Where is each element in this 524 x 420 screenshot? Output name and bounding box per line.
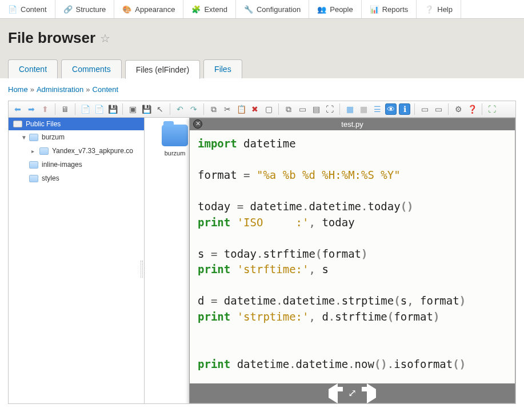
elfinder: ⬅➡⬆🖥📄📄💾▣💾↖↶↷⧉✂📋✖▢⧉▭▤⛶▦▦☰👁ℹ▭▭⚙❓⛶ Public F… (8, 101, 516, 404)
select-none-icon[interactable]: ▭ (433, 103, 444, 115)
page-header: File browser ☆ ContentCommentsFiles (elF… (0, 19, 524, 78)
viewer-titlebar[interactable]: ✕ test.py (190, 118, 515, 130)
fullscreen-button[interactable]: ⤢ (348, 387, 357, 399)
download-icon[interactable]: 💾 (107, 103, 118, 115)
up-icon[interactable]: ⬆ (39, 103, 51, 115)
close-icon[interactable]: ✕ (193, 119, 202, 129)
forward-icon[interactable]: ➡ (26, 103, 37, 115)
redo-icon[interactable]: ↷ (188, 103, 199, 115)
folder-icon (39, 147, 49, 155)
folder-icon (29, 134, 38, 141)
admin-menu-extend[interactable]: 🧩Extend (183, 0, 235, 18)
netmount-icon[interactable]: 🖥 (59, 103, 71, 115)
file-viewer: ✕ test.py import datetime format = "%a %… (189, 118, 515, 403)
back-icon[interactable]: ⬅ (12, 103, 23, 115)
admin-menu-configuration[interactable]: 🔧Configuration (236, 0, 309, 18)
admin-menu-appearance[interactable]: 🎨Appearance (114, 0, 183, 18)
expand-icon[interactable]: ▸ (31, 148, 36, 154)
tabs: ContentCommentsFiles (elFinder)Files (8, 59, 516, 78)
delete-icon[interactable]: ✖ (249, 103, 261, 115)
breadcrumb-content[interactable]: Content (93, 85, 119, 94)
tree-node-styles[interactable]: styles (9, 171, 144, 185)
admin-menu-people[interactable]: 👥People (309, 0, 361, 18)
appearance-icon: 🎨 (122, 5, 131, 14)
folder-icon (29, 175, 38, 182)
viewer-footer: ⤢ (190, 383, 515, 403)
info-icon[interactable]: ℹ (399, 103, 410, 115)
empty-icon[interactable]: ▢ (263, 103, 274, 115)
volume-icon (13, 121, 22, 127)
people-icon: 👥 (317, 5, 326, 14)
view-list-icon[interactable]: ☰ (371, 103, 383, 115)
reports-icon: 📊 (370, 5, 379, 14)
tab-comments[interactable]: Comments (61, 59, 122, 78)
tree-root[interactable]: Public Files (9, 118, 144, 130)
undo-icon[interactable]: ↶ (174, 103, 186, 115)
content-icon: 📄 (8, 5, 17, 14)
open-icon[interactable]: ▣ (127, 103, 138, 115)
tree-node-burzum[interactable]: ▼burzum (9, 130, 144, 144)
folder-icon (162, 125, 188, 146)
viewer-filename: test.py (341, 120, 363, 129)
breadcrumb-administration[interactable]: Administration (37, 85, 83, 94)
paste-icon[interactable]: 📋 (235, 103, 247, 115)
view-icons-icon[interactable]: ▦ (344, 103, 355, 115)
folder-tree: Public Files ▼burzum▸Yandex_v7.33_apkpur… (9, 118, 145, 403)
file-area[interactable]: burzum ✕ test.py import datetime format … (145, 118, 515, 403)
help-icon[interactable]: ❓ (466, 103, 478, 115)
rename-icon[interactable]: ▭ (297, 103, 308, 115)
preview-icon[interactable]: 👁 (385, 103, 397, 115)
copy-icon[interactable]: ⧉ (208, 103, 219, 115)
prev-button[interactable] (329, 389, 338, 398)
code-content: import datetime format = "%a %b %d %H:%M… (190, 130, 515, 382)
tree-root-label: Public Files (26, 120, 61, 128)
tab-files[interactable]: Files (203, 59, 242, 78)
fullscreen-icon[interactable]: ⛶ (486, 103, 498, 115)
tree-node-inline-images[interactable]: inline-images (9, 158, 144, 171)
admin-menu: 📄Content🔗Structure🎨Appearance🧩Extend🔧Con… (0, 0, 524, 19)
help-icon: ❔ (425, 5, 434, 14)
newfile-icon[interactable]: 📄 (79, 103, 91, 115)
breadcrumb-home[interactable]: Home (8, 85, 28, 94)
next-button[interactable] (367, 389, 376, 398)
admin-menu-reports[interactable]: 📊Reports (362, 0, 417, 18)
admin-menu-content[interactable]: 📄Content (0, 0, 55, 18)
cut-icon[interactable]: ✂ (222, 103, 233, 115)
view-small-icon[interactable]: ▦ (358, 103, 369, 115)
folder-icon (29, 161, 38, 169)
tab-content[interactable]: Content (8, 59, 58, 78)
resize-icon[interactable]: ⛶ (324, 103, 335, 115)
expand-icon[interactable]: ▼ (21, 134, 26, 141)
admin-menu-help[interactable]: ❔Help (417, 0, 461, 18)
tab-files-elfinder-[interactable]: Files (elFinder) (125, 60, 200, 79)
tree-resize-handle[interactable] (141, 261, 143, 278)
configuration-icon: 🔧 (244, 5, 253, 14)
arrow-select-icon[interactable]: ↖ (154, 103, 166, 115)
favorite-star-icon[interactable]: ☆ (100, 31, 110, 45)
page-title: File browser (8, 29, 95, 47)
admin-menu-structure[interactable]: 🔗Structure (55, 0, 115, 18)
structure-icon: 🔗 (63, 5, 73, 14)
breadcrumb: Home»Administration»Content (0, 78, 524, 101)
edit-icon[interactable]: ▤ (310, 103, 322, 115)
tree-node-yandex-v7-33-apkpure-co[interactable]: ▸Yandex_v7.33_apkpure.co (9, 144, 144, 158)
save-icon[interactable]: 💾 (141, 103, 152, 115)
duplicate-icon[interactable]: ⧉ (283, 103, 294, 115)
upload-icon[interactable]: 📄 (93, 103, 105, 115)
select-all-icon[interactable]: ▭ (419, 103, 430, 115)
toolbar: ⬅➡⬆🖥📄📄💾▣💾↖↶↷⧉✂📋✖▢⧉▭▤⛶▦▦☰👁ℹ▭▭⚙❓⛶ (9, 101, 515, 118)
settings-icon[interactable]: ⚙ (453, 103, 464, 115)
extend-icon: 🧩 (191, 5, 201, 14)
